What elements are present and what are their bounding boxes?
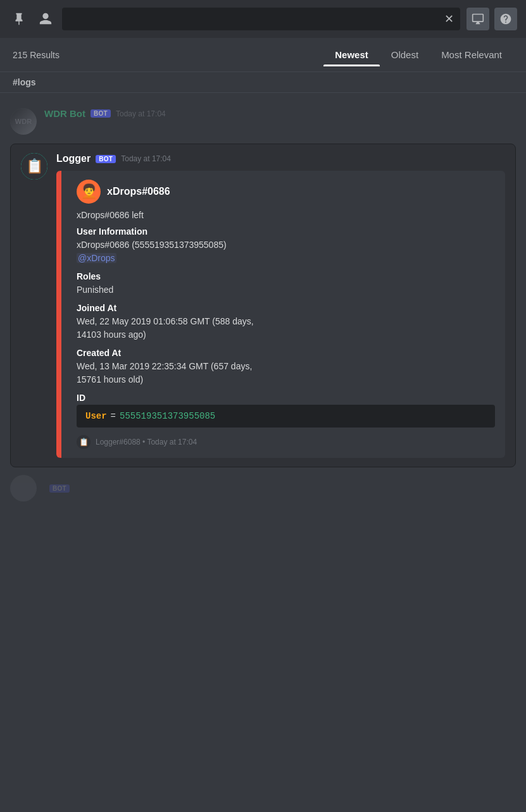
- embed-footer-text: Logger#6088 • Today at 17:04: [96, 438, 197, 446]
- embed-footer-avatar: 📋: [77, 435, 91, 449]
- sort-tab-newest[interactable]: Newest: [323, 44, 380, 65]
- bottom-preview-bot-badge: BOT: [49, 484, 70, 493]
- monitor-icon-button[interactable]: [467, 8, 489, 30]
- created-at-value: Wed, 13 Mar 2019 22:35:34 GMT (657 days,…: [77, 360, 495, 386]
- embed-card: 🧑‍🦱 xDrops#0686 xDrops#0686 left User In…: [56, 171, 505, 458]
- wdr-bot-badge: BOT: [91, 109, 111, 118]
- created-at-label: Created At: [77, 348, 495, 358]
- embed-user-avatar: 🧑‍🦱: [77, 180, 101, 204]
- help-icon-button[interactable]: [494, 8, 517, 30]
- id-code-user: User: [85, 411, 107, 421]
- search-bar[interactable]: 555519351373955085 ✕: [62, 8, 460, 30]
- user-info-value: xDrops#0686 (555519351373955085) @xDrops: [77, 238, 495, 265]
- logger-timestamp: Today at 17:04: [121, 154, 171, 163]
- logger-header: Logger BOT Today at 17:04: [56, 153, 505, 164]
- bottom-preview-avatar: [10, 475, 37, 501]
- user-info-label: User Information: [77, 226, 495, 237]
- logger-avatar: 📋: [21, 153, 47, 180]
- sort-tab-oldest[interactable]: Oldest: [380, 44, 430, 65]
- logger-bot-badge: BOT: [96, 155, 116, 163]
- sort-tabs: Newest Oldest Most Relevant: [323, 44, 513, 65]
- user-icon[interactable]: [35, 9, 56, 29]
- embed-footer: 📋 Logger#6088 • Today at 17:04: [77, 435, 495, 449]
- embed-left-text: xDrops#0686 left: [77, 210, 495, 220]
- pin-icon[interactable]: [9, 9, 29, 29]
- wdr-bot-name: WDR Bot: [44, 108, 85, 119]
- sort-tab-most-relevant[interactable]: Most Relevant: [430, 44, 513, 65]
- wdr-message-body: WDR Bot BOT Today at 17:04: [44, 108, 166, 120]
- embed-mention[interactable]: @xDrops: [77, 253, 116, 263]
- bottom-preview-body: BOT: [44, 484, 70, 493]
- wdr-avatar: WDR: [10, 108, 37, 135]
- joined-at-value: Wed, 22 May 2019 01:06:58 GMT (588 days,…: [77, 315, 495, 341]
- top-bar-right-icons: [467, 8, 517, 30]
- results-bar: 215 Results Newest Oldest Most Relevant: [0, 38, 526, 72]
- roles-label: Roles: [77, 271, 495, 281]
- clear-icon[interactable]: ✕: [444, 13, 454, 25]
- channel-label: #logs: [0, 72, 526, 93]
- id-code-block: User = 555519351373955085: [77, 405, 495, 428]
- wdr-message-header: WDR Bot BOT Today at 17:04: [44, 108, 166, 119]
- wdr-bot-message: WDR WDR Bot BOT Today at 17:04: [10, 103, 516, 140]
- wdr-avatar-inner: WDR: [10, 108, 37, 135]
- logger-avatar-inner: 📋: [21, 153, 47, 180]
- id-code-eq: =: [111, 411, 116, 421]
- embed-username: xDrops#0686: [107, 186, 170, 197]
- message-area: WDR WDR Bot BOT Today at 17:04 📋 Logger …: [0, 93, 526, 507]
- embed-left-bar: [59, 171, 61, 458]
- wdr-timestamp: Today at 17:04: [116, 109, 166, 118]
- id-label: ID: [77, 393, 495, 403]
- bottom-preview-message: BOT: [10, 467, 516, 507]
- joined-at-label: Joined At: [77, 303, 495, 313]
- logger-message: 📋 Logger BOT Today at 17:04 🧑‍🦱: [10, 144, 516, 467]
- logger-name: Logger: [56, 153, 91, 164]
- results-count: 215 Results: [13, 50, 323, 60]
- roles-value: Punished: [77, 283, 495, 297]
- top-bar: 555519351373955085 ✕: [0, 0, 526, 38]
- embed-user-row: 🧑‍🦱 xDrops#0686: [77, 180, 495, 204]
- id-code-value: 555519351373955085: [120, 411, 215, 421]
- search-input[interactable]: 555519351373955085: [68, 14, 444, 25]
- embed-body: 🧑‍🦱 xDrops#0686 xDrops#0686 left User In…: [69, 180, 495, 449]
- logger-content: Logger BOT Today at 17:04 🧑‍🦱 xDrops#068…: [56, 153, 505, 458]
